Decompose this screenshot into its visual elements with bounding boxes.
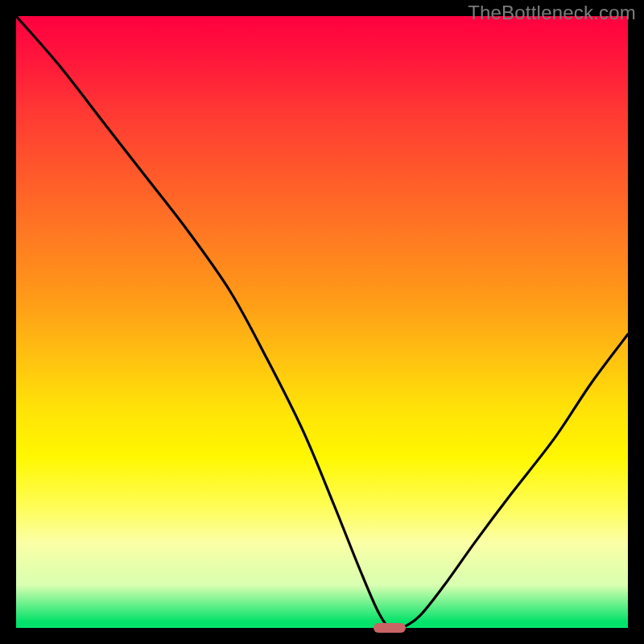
bottleneck-curve (16, 16, 628, 628)
plot-area (16, 16, 628, 628)
watermark-text: TheBottleneck.com (468, 2, 636, 24)
optimum-marker (374, 623, 406, 633)
chart-frame: TheBottleneck.com (0, 0, 644, 644)
curve-path (16, 16, 628, 628)
